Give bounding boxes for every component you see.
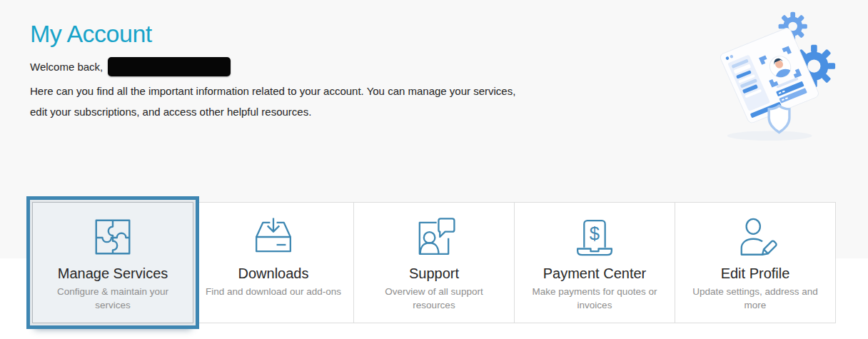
description-line-2: edit your subscriptions, and access othe… <box>30 106 311 118</box>
card-payment-center[interactable]: $ Payment Center Make payments for quote… <box>514 202 675 323</box>
card-subtitle: Configure & maintain your services <box>45 285 181 312</box>
redacted-username <box>108 57 231 76</box>
card-edit-profile[interactable]: Edit Profile Update settings, address an… <box>675 202 836 323</box>
card-title: Support <box>409 265 459 282</box>
card-subtitle: Make payments for quotes or invoices <box>527 285 662 312</box>
card-title: Payment Center <box>543 265 647 282</box>
welcome-text: Welcome back, <box>30 61 103 73</box>
person-edit-icon <box>732 213 779 260</box>
card-title: Downloads <box>238 265 309 282</box>
account-description: Here can you find all the important info… <box>30 81 515 122</box>
welcome-line: Welcome back, <box>30 57 231 76</box>
page-title: My Account <box>30 20 152 48</box>
card-subtitle: Update settings, address and more <box>687 285 823 312</box>
card-subtitle: Find and download our add-ons <box>206 285 341 298</box>
quick-links-row: Manage Services Configure & maintain you… <box>32 202 836 323</box>
dollar-glyph: $ <box>590 223 600 243</box>
laptop-dollar-icon: $ <box>571 213 618 260</box>
card-downloads[interactable]: Downloads Find and download our add-ons <box>193 202 354 323</box>
account-illustration <box>707 6 837 144</box>
card-manage-services[interactable]: Manage Services Configure & maintain you… <box>32 202 193 323</box>
my-account-page: My Account Welcome back, Here can you fi… <box>0 0 868 339</box>
inbox-download-icon <box>250 213 297 260</box>
card-title: Manage Services <box>58 265 168 282</box>
puzzle-icon <box>91 213 135 260</box>
card-subtitle: Overview of all support resources <box>366 285 502 312</box>
description-line-1: Here can you find all the important info… <box>30 85 515 97</box>
person-chat-icon <box>410 213 458 260</box>
shield-icon <box>769 106 789 132</box>
card-support[interactable]: Support Overview of all support resource… <box>353 202 515 323</box>
card-title: Edit Profile <box>721 265 790 282</box>
